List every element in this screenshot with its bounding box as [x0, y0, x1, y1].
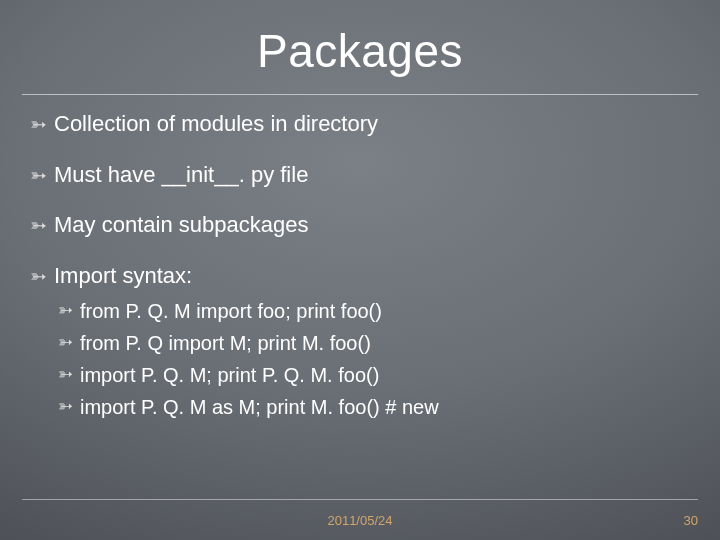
bullet-icon: ➳	[30, 262, 54, 290]
bullet-text: Import syntax:	[54, 262, 192, 291]
sub-bullet-group: ➳ from P. Q. M import foo; print foo() ➳…	[30, 298, 690, 420]
bullet-text: May contain subpackages	[54, 211, 308, 240]
bullet-icon: ➳	[58, 394, 80, 419]
footer-date: 2011/05/24	[0, 513, 720, 528]
bullet-text: Collection of modules in directory	[54, 110, 378, 139]
content-area: ➳ Collection of modules in directory ➳ M…	[30, 110, 690, 426]
sub-bullet-item: ➳ import P. Q. M; print P. Q. M. foo()	[58, 362, 690, 388]
bullet-icon: ➳	[58, 362, 80, 387]
slide: Packages ➳ Collection of modules in dire…	[0, 0, 720, 540]
sub-bullet-text: from P. Q. M import foo; print foo()	[80, 298, 382, 324]
sub-bullet-text: from P. Q import M; print M. foo()	[80, 330, 371, 356]
bullet-icon: ➳	[58, 298, 80, 323]
title-rule	[22, 94, 698, 95]
bullet-icon: ➳	[30, 161, 54, 189]
page-number: 30	[684, 513, 698, 528]
bullet-item: ➳ Collection of modules in directory	[30, 110, 690, 139]
bullet-icon: ➳	[58, 330, 80, 355]
bullet-text: Must have __init__. py file	[54, 161, 308, 190]
footer-rule	[22, 499, 698, 500]
sub-bullet-item: ➳ from P. Q import M; print M. foo()	[58, 330, 690, 356]
bullet-icon: ➳	[30, 211, 54, 239]
bullet-item: ➳ May contain subpackages	[30, 211, 690, 240]
sub-bullet-item: ➳ import P. Q. M as M; print M. foo() # …	[58, 394, 690, 420]
sub-bullet-text: import P. Q. M; print P. Q. M. foo()	[80, 362, 379, 388]
bullet-item: ➳ Must have __init__. py file	[30, 161, 690, 190]
sub-bullet-item: ➳ from P. Q. M import foo; print foo()	[58, 298, 690, 324]
bullet-item: ➳ Import syntax:	[30, 262, 690, 291]
bullet-icon: ➳	[30, 110, 54, 138]
slide-title: Packages	[0, 0, 720, 78]
sub-bullet-text: import P. Q. M as M; print M. foo() # ne…	[80, 394, 439, 420]
